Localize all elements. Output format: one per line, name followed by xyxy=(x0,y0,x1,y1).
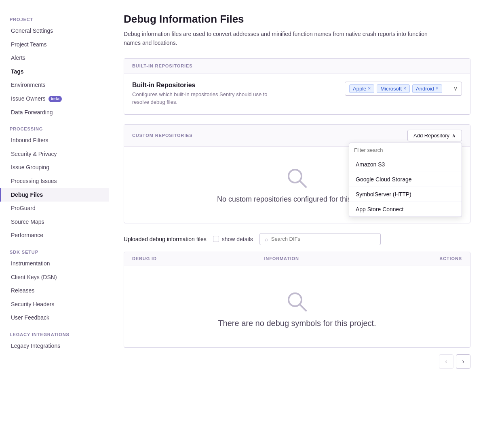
builtin-title: Built-in Repositories xyxy=(132,82,270,89)
sidebar-item-client-keys[interactable]: Client Keys (DSN) xyxy=(0,271,109,284)
main-content: Debug Information Files Debug informatio… xyxy=(109,0,485,448)
sidebar-item-tags[interactable]: Tags xyxy=(0,65,109,79)
dropdown-item-google-cloud[interactable]: Google Cloud Storage xyxy=(349,172,462,187)
dropdown-search-container xyxy=(349,143,462,157)
sidebar-section-sdk: SDK SETUP xyxy=(0,242,109,257)
sidebar-item-security-privacy[interactable]: Security & Privacy xyxy=(0,147,109,161)
search-difs-container: ⌕ xyxy=(259,233,381,245)
dropdown-item-symbol-server[interactable]: SymbolServer (HTTP) xyxy=(349,187,462,202)
sidebar-item-legacy-integrations[interactable]: Legacy Integrations xyxy=(0,339,109,353)
sidebar-item-issue-grouping[interactable]: Issue Grouping xyxy=(0,161,109,175)
builtin-description: Configures which built-in repositories S… xyxy=(132,90,270,106)
sidebar-item-releases[interactable]: Releases xyxy=(0,284,109,298)
tag-apple-remove[interactable]: × xyxy=(368,86,371,91)
add-repo-chevron-icon: ∧ xyxy=(452,133,456,139)
sidebar: PROJECT General Settings Project Teams A… xyxy=(0,0,109,448)
svg-line-3 xyxy=(299,304,306,311)
page-description: Debug information files are used to conv… xyxy=(124,29,439,48)
sidebar-item-security-headers[interactable]: Security Headers xyxy=(0,298,109,311)
show-details-checkbox[interactable] xyxy=(213,236,219,242)
svg-line-1 xyxy=(299,181,306,187)
builtin-card-header: BUILT-IN REPOSITORIES xyxy=(124,59,470,74)
add-repository-dropdown: Amazon S3 Google Cloud Storage SymbolSer… xyxy=(349,143,462,217)
pagination-prev-button[interactable]: ‹ xyxy=(439,354,453,369)
sidebar-section-legacy: LEGACY INTEGRATIONS xyxy=(0,325,109,339)
table-header: DEBUG ID INFORMATION ACTIONS xyxy=(124,252,470,265)
table-col-debug-id: DEBUG ID xyxy=(132,256,264,261)
sidebar-item-performance[interactable]: Performance xyxy=(0,229,109,242)
table-empty-state: There are no debug symbols for this proj… xyxy=(124,265,470,347)
custom-card-header: CUSTOM REPOSITORIES Add Repository ∧ Ama… xyxy=(124,125,470,147)
table-col-information: INFORMATION xyxy=(264,256,396,261)
builtin-tag-select[interactable]: Apple × Microsoft × Android × ∨ xyxy=(345,82,462,96)
uploaded-section: Uploaded debug information files show de… xyxy=(124,233,470,245)
dropdown-item-app-store[interactable]: App Store Connect xyxy=(349,202,462,217)
sidebar-item-issue-owners[interactable]: Issue Owners beta xyxy=(0,92,109,106)
builtin-row: Built-in Repositories Configures which b… xyxy=(132,82,462,106)
sidebar-item-data-forwarding[interactable]: Data Forwarding xyxy=(0,106,109,120)
table-empty-text: There are no debug symbols for this proj… xyxy=(218,319,376,328)
builtin-repositories-card: BUILT-IN REPOSITORIES Built-in Repositor… xyxy=(124,58,470,115)
tag-android[interactable]: Android × xyxy=(412,84,442,93)
sidebar-item-environments[interactable]: Environments xyxy=(0,78,109,92)
sidebar-section-processing: PROCESSING xyxy=(0,119,109,134)
table-empty-icon xyxy=(285,290,309,314)
sidebar-item-processing-issues[interactable]: Processing Issues xyxy=(0,175,109,188)
sidebar-item-instrumentation[interactable]: Instrumentation xyxy=(0,257,109,271)
add-repository-button[interactable]: Add Repository ∧ xyxy=(407,130,462,141)
search-difs-icon: ⌕ xyxy=(265,236,268,242)
sidebar-item-project-teams[interactable]: Project Teams xyxy=(0,38,109,52)
tag-microsoft[interactable]: Microsoft × xyxy=(377,84,410,93)
show-details-label[interactable]: show details xyxy=(213,236,253,242)
pagination: ‹ › xyxy=(124,348,470,375)
search-difs-input[interactable] xyxy=(271,236,375,242)
builtin-info: Built-in Repositories Configures which b… xyxy=(132,82,270,106)
sidebar-item-proguard[interactable]: ProGuard xyxy=(0,202,109,215)
debug-table: DEBUG ID INFORMATION ACTIONS There are n… xyxy=(124,252,470,348)
tag-android-remove[interactable]: × xyxy=(436,86,439,91)
dropdown-filter-input[interactable] xyxy=(354,147,457,153)
sidebar-item-source-maps[interactable]: Source Maps xyxy=(0,215,109,229)
table-col-actions: ACTIONS xyxy=(396,256,462,261)
sidebar-item-inbound-filters[interactable]: Inbound Filters xyxy=(0,134,109,147)
sidebar-item-user-feedback[interactable]: User Feedback xyxy=(0,311,109,325)
issue-owners-beta-badge: beta xyxy=(48,96,62,102)
sidebar-item-debug-files[interactable]: Debug Files xyxy=(0,188,109,202)
uploaded-label: Uploaded debug information files xyxy=(124,236,207,242)
custom-repos-empty-icon xyxy=(285,166,309,190)
custom-repositories-card: CUSTOM REPOSITORIES Add Repository ∧ Ama… xyxy=(124,124,470,223)
tag-select-chevron-icon[interactable]: ∨ xyxy=(453,85,458,92)
custom-header-label: CUSTOM REPOSITORIES xyxy=(132,133,193,138)
tag-apple[interactable]: Apple × xyxy=(349,84,374,93)
page-title: Debug Information Files xyxy=(124,13,470,25)
pagination-next-button[interactable]: › xyxy=(456,354,470,369)
sidebar-item-general-settings[interactable]: General Settings xyxy=(0,24,109,38)
dropdown-item-amazon-s3[interactable]: Amazon S3 xyxy=(349,157,462,172)
sidebar-item-alerts[interactable]: Alerts xyxy=(0,51,109,65)
sidebar-section-project: PROJECT xyxy=(0,10,109,24)
tag-microsoft-remove[interactable]: × xyxy=(403,86,406,91)
